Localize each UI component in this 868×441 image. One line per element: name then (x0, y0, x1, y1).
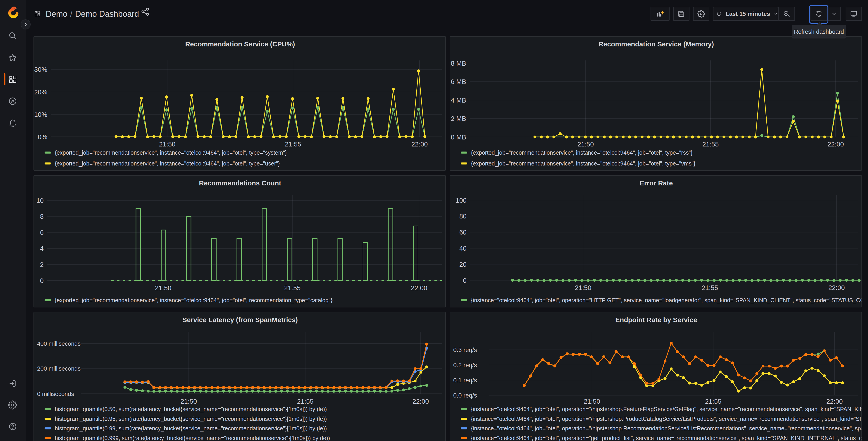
svg-text:4: 4 (40, 245, 44, 252)
svg-text:21:55: 21:55 (702, 284, 718, 291)
svg-text:2 MB: 2 MB (451, 115, 466, 122)
svg-text:21:50: 21:50 (578, 141, 594, 148)
svg-text:22:00: 22:00 (828, 284, 845, 291)
svg-text:21:55: 21:55 (702, 141, 719, 148)
svg-text:0: 0 (40, 277, 44, 284)
svg-text:60: 60 (459, 229, 467, 236)
svg-text:100: 100 (456, 197, 467, 204)
svg-text:22:00: 22:00 (411, 284, 428, 292)
svg-text:21:50: 21:50 (155, 284, 172, 292)
svg-text:0: 0 (463, 277, 467, 284)
svg-text:{instance="otelcol:9464", job=: {instance="otelcol:9464", job="otel", op… (471, 406, 862, 412)
svg-text:8 MB: 8 MB (451, 60, 466, 67)
svg-text:80: 80 (459, 212, 467, 220)
svg-text:Recommendation Service (Memory: Recommendation Service (Memory) (598, 40, 714, 48)
svg-text:22:00: 22:00 (412, 398, 429, 405)
svg-text:Recommendations Count: Recommendations Count (199, 179, 281, 187)
svg-text:200 milliseconds: 200 milliseconds (37, 365, 81, 372)
svg-text:0.3 req/s: 0.3 req/s (453, 347, 477, 353)
svg-text:22:00: 22:00 (828, 141, 844, 148)
svg-text:21:55: 21:55 (284, 284, 301, 292)
svg-text:21:50: 21:50 (181, 398, 197, 405)
svg-text:20%: 20% (34, 89, 47, 96)
svg-text:{exported_job="recommendations: {exported_job="recommendationservice", i… (55, 160, 280, 167)
svg-text:8: 8 (40, 213, 44, 220)
svg-text:{exported_job="recommendations: {exported_job="recommendationservice", i… (471, 160, 695, 167)
svg-text:histogram_quantile(0.95, sum(r: histogram_quantile(0.95, sum(rate(latenc… (55, 416, 327, 422)
svg-text:21:55: 21:55 (285, 141, 301, 148)
svg-text:400 milliseconds: 400 milliseconds (37, 340, 81, 347)
svg-text:{exported_job="recommendations: {exported_job="recommendationservice", i… (55, 149, 287, 156)
svg-text:30%: 30% (34, 66, 47, 73)
svg-text:{instance="otelcol:9464", job=: {instance="otelcol:9464", job="otel", op… (471, 416, 862, 422)
svg-text:histogram_quantile(0.99, sum(r: histogram_quantile(0.99, sum(rate(latenc… (55, 425, 327, 432)
svg-text:histogram_quantile(0.50, sum(r: histogram_quantile(0.50, sum(rate(latenc… (55, 406, 327, 412)
svg-text:21:50: 21:50 (584, 398, 600, 405)
svg-text:0.0 req/s: 0.0 req/s (453, 392, 477, 399)
svg-text:{instance="otelcol:9464", job=: {instance="otelcol:9464", job="otel", op… (471, 425, 862, 432)
svg-text:10%: 10% (34, 111, 47, 118)
svg-text:Endpoint Rate by Service: Endpoint Rate by Service (615, 316, 697, 324)
svg-text:{exported_job="recommendations: {exported_job="recommendationservice", i… (55, 297, 332, 303)
svg-text:0.1 req/s: 0.1 req/s (453, 377, 477, 384)
svg-text:22:00: 22:00 (411, 141, 428, 148)
svg-text:21:55: 21:55 (297, 398, 314, 405)
svg-text:2: 2 (40, 261, 44, 268)
svg-text:6 MB: 6 MB (451, 78, 466, 85)
svg-text:0 MB: 0 MB (451, 134, 466, 141)
svg-text:histogram_quantile(0.999, sum(: histogram_quantile(0.999, sum(rate(laten… (55, 435, 330, 441)
svg-text:{instance="otelcol:9464", job=: {instance="otelcol:9464", job="otel", op… (471, 435, 862, 441)
svg-text:0 milliseconds: 0 milliseconds (37, 390, 74, 397)
svg-text:Recommendation Service (CPU%): Recommendation Service (CPU%) (185, 40, 295, 48)
svg-text:21:50: 21:50 (575, 284, 591, 291)
svg-text:40: 40 (459, 245, 467, 252)
svg-text:0.2 req/s: 0.2 req/s (453, 362, 477, 369)
svg-text:21:50: 21:50 (159, 141, 176, 148)
svg-text:Service Latency (from SpanMetr: Service Latency (from SpanMetrics) (182, 316, 298, 324)
svg-text:20: 20 (459, 261, 467, 268)
svg-text:0%: 0% (38, 133, 47, 141)
svg-text:21:55: 21:55 (705, 398, 722, 405)
svg-text:6: 6 (40, 229, 44, 236)
svg-text:4 MB: 4 MB (451, 97, 466, 104)
svg-text:Error Rate: Error Rate (640, 179, 673, 187)
svg-text:{exported_job="recommendations: {exported_job="recommendationservice", i… (471, 149, 693, 156)
svg-text:22:00: 22:00 (826, 398, 843, 405)
svg-text:{instance="otelcol:9464", job=: {instance="otelcol:9464", job="otel", op… (471, 297, 862, 303)
svg-text:10: 10 (36, 197, 44, 204)
